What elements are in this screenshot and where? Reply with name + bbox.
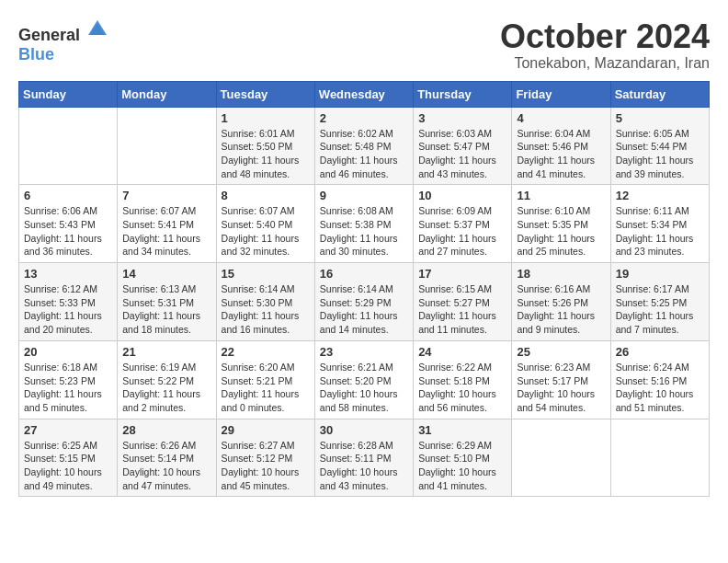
calendar-cell: 7 Sunrise: 6:07 AMSunset: 5:41 PMDayligh… xyxy=(118,185,216,263)
calendar-cell: 11 Sunrise: 6:10 AMSunset: 5:35 PMDaylig… xyxy=(512,185,610,263)
calendar-cell: 22 Sunrise: 6:20 AMSunset: 5:21 PMDaylig… xyxy=(216,340,314,419)
day-info: Sunrise: 6:28 AMSunset: 5:11 PMDaylight:… xyxy=(320,439,408,493)
day-info: Sunrise: 6:29 AMSunset: 5:10 PMDaylight:… xyxy=(418,439,506,493)
day-header-tuesday: Tuesday xyxy=(216,81,314,107)
day-info: Sunrise: 6:11 AMSunset: 5:34 PMDaylight:… xyxy=(616,204,704,259)
day-number: 10 xyxy=(418,189,506,202)
day-info: Sunrise: 6:13 AMSunset: 5:31 PMDaylight:… xyxy=(122,282,210,337)
day-info: Sunrise: 6:07 AMSunset: 5:40 PMDaylight:… xyxy=(222,204,310,259)
calendar-cell: 29 Sunrise: 6:27 AMSunset: 5:12 PMDaylig… xyxy=(216,419,314,497)
day-number: 26 xyxy=(616,345,704,359)
day-info: Sunrise: 6:17 AMSunset: 5:25 PMDaylight:… xyxy=(616,282,704,337)
day-number: 19 xyxy=(616,267,704,281)
day-info: Sunrise: 6:23 AMSunset: 5:17 PMDaylight:… xyxy=(517,361,605,415)
day-info: Sunrise: 6:26 AMSunset: 5:14 PMDaylight:… xyxy=(122,439,210,493)
day-header-thursday: Thursday xyxy=(414,81,512,107)
day-number: 1 xyxy=(222,111,310,125)
day-info: Sunrise: 6:22 AMSunset: 5:18 PMDaylight:… xyxy=(418,361,506,415)
day-info: Sunrise: 6:10 AMSunset: 5:35 PMDaylight:… xyxy=(517,204,605,259)
calendar-cell xyxy=(19,107,118,185)
calendar-cell xyxy=(512,419,610,497)
location-title: Tonekabon, Mazandaran, Iran xyxy=(500,55,710,72)
logo-blue: Blue xyxy=(18,45,54,63)
day-number: 28 xyxy=(122,423,210,437)
calendar-cell: 1 Sunrise: 6:01 AMSunset: 5:50 PMDayligh… xyxy=(216,107,314,185)
day-info: Sunrise: 6:16 AMSunset: 5:26 PMDaylight:… xyxy=(517,282,605,337)
week-row-1: 1 Sunrise: 6:01 AMSunset: 5:50 PMDayligh… xyxy=(19,107,710,185)
week-row-2: 6 Sunrise: 6:06 AMSunset: 5:43 PMDayligh… xyxy=(19,185,710,263)
day-info: Sunrise: 6:04 AMSunset: 5:46 PMDaylight:… xyxy=(517,127,605,181)
day-info: Sunrise: 6:21 AMSunset: 5:20 PMDaylight:… xyxy=(320,361,408,415)
calendar-table: SundayMondayTuesdayWednesdayThursdayFrid… xyxy=(18,81,710,498)
day-number: 2 xyxy=(320,111,408,125)
logo-text: General Blue xyxy=(18,18,108,64)
title-block: October 2024 Tonekabon, Mazandaran, Iran xyxy=(500,18,710,72)
day-number: 31 xyxy=(418,423,506,437)
calendar-cell: 9 Sunrise: 6:08 AMSunset: 5:38 PMDayligh… xyxy=(314,185,413,263)
day-info: Sunrise: 6:24 AMSunset: 5:16 PMDaylight:… xyxy=(616,361,704,415)
calendar-cell: 12 Sunrise: 6:11 AMSunset: 5:34 PMDaylig… xyxy=(610,185,709,263)
calendar-cell: 14 Sunrise: 6:13 AMSunset: 5:31 PMDaylig… xyxy=(118,263,216,341)
day-info: Sunrise: 6:03 AMSunset: 5:47 PMDaylight:… xyxy=(418,127,506,181)
header-row: SundayMondayTuesdayWednesdayThursdayFrid… xyxy=(19,81,710,107)
day-info: Sunrise: 6:25 AMSunset: 5:15 PMDaylight:… xyxy=(24,439,112,493)
day-info: Sunrise: 6:14 AMSunset: 5:29 PMDaylight:… xyxy=(320,282,408,337)
calendar-cell: 23 Sunrise: 6:21 AMSunset: 5:20 PMDaylig… xyxy=(314,340,413,419)
day-header-sunday: Sunday xyxy=(19,81,118,107)
day-number: 18 xyxy=(517,267,605,281)
week-row-4: 20 Sunrise: 6:18 AMSunset: 5:23 PMDaylig… xyxy=(19,340,710,419)
day-number: 12 xyxy=(616,189,704,202)
day-info: Sunrise: 6:08 AMSunset: 5:38 PMDaylight:… xyxy=(320,204,408,259)
day-info: Sunrise: 6:12 AMSunset: 5:33 PMDaylight:… xyxy=(24,282,112,337)
calendar-cell xyxy=(118,107,216,185)
day-header-friday: Friday xyxy=(512,81,610,107)
day-number: 9 xyxy=(320,189,408,202)
day-info: Sunrise: 6:20 AMSunset: 5:21 PMDaylight:… xyxy=(222,361,310,415)
calendar-cell: 10 Sunrise: 6:09 AMSunset: 5:37 PMDaylig… xyxy=(414,185,512,263)
day-number: 8 xyxy=(222,189,310,202)
day-number: 5 xyxy=(616,111,704,125)
calendar-cell: 20 Sunrise: 6:18 AMSunset: 5:23 PMDaylig… xyxy=(19,340,118,419)
calendar-cell: 24 Sunrise: 6:22 AMSunset: 5:18 PMDaylig… xyxy=(414,340,512,419)
calendar-cell: 17 Sunrise: 6:15 AMSunset: 5:27 PMDaylig… xyxy=(414,263,512,341)
day-number: 23 xyxy=(320,345,408,359)
day-number: 11 xyxy=(517,189,605,202)
day-header-monday: Monday xyxy=(118,81,216,107)
day-info: Sunrise: 6:14 AMSunset: 5:30 PMDaylight:… xyxy=(222,282,310,337)
calendar-cell: 18 Sunrise: 6:16 AMSunset: 5:26 PMDaylig… xyxy=(512,263,610,341)
calendar-cell: 8 Sunrise: 6:07 AMSunset: 5:40 PMDayligh… xyxy=(216,185,314,263)
day-info: Sunrise: 6:02 AMSunset: 5:48 PMDaylight:… xyxy=(320,127,408,181)
day-number: 6 xyxy=(24,189,112,202)
day-number: 22 xyxy=(222,345,310,359)
calendar-cell: 19 Sunrise: 6:17 AMSunset: 5:25 PMDaylig… xyxy=(610,263,709,341)
day-number: 14 xyxy=(122,267,210,281)
day-number: 17 xyxy=(418,267,506,281)
calendar-cell: 3 Sunrise: 6:03 AMSunset: 5:47 PMDayligh… xyxy=(414,107,512,185)
day-number: 7 xyxy=(122,189,210,202)
calendar-cell: 5 Sunrise: 6:05 AMSunset: 5:44 PMDayligh… xyxy=(610,107,709,185)
day-number: 15 xyxy=(222,267,310,281)
calendar-cell: 26 Sunrise: 6:24 AMSunset: 5:16 PMDaylig… xyxy=(610,340,709,419)
day-number: 27 xyxy=(24,423,112,437)
calendar-cell: 16 Sunrise: 6:14 AMSunset: 5:29 PMDaylig… xyxy=(314,263,413,341)
day-info: Sunrise: 6:15 AMSunset: 5:27 PMDaylight:… xyxy=(418,282,506,337)
day-number: 3 xyxy=(418,111,506,125)
calendar-cell: 6 Sunrise: 6:06 AMSunset: 5:43 PMDayligh… xyxy=(19,185,118,263)
calendar-cell xyxy=(610,419,709,497)
logo: General Blue xyxy=(18,18,108,64)
calendar-cell: 2 Sunrise: 6:02 AMSunset: 5:48 PMDayligh… xyxy=(314,107,413,185)
month-title: October 2024 xyxy=(500,18,710,55)
day-info: Sunrise: 6:19 AMSunset: 5:22 PMDaylight:… xyxy=(122,361,210,415)
day-number: 25 xyxy=(517,345,605,359)
page-header: General Blue October 2024 Tonekabon, Maz… xyxy=(18,18,710,72)
logo-icon xyxy=(86,18,108,40)
calendar-cell: 25 Sunrise: 6:23 AMSunset: 5:17 PMDaylig… xyxy=(512,340,610,419)
day-header-saturday: Saturday xyxy=(610,81,709,107)
calendar-cell: 28 Sunrise: 6:26 AMSunset: 5:14 PMDaylig… xyxy=(118,419,216,497)
day-number: 13 xyxy=(24,267,112,281)
day-info: Sunrise: 6:05 AMSunset: 5:44 PMDaylight:… xyxy=(616,127,704,181)
day-number: 30 xyxy=(320,423,408,437)
day-number: 24 xyxy=(418,345,506,359)
day-header-wednesday: Wednesday xyxy=(314,81,413,107)
day-info: Sunrise: 6:06 AMSunset: 5:43 PMDaylight:… xyxy=(24,204,112,259)
